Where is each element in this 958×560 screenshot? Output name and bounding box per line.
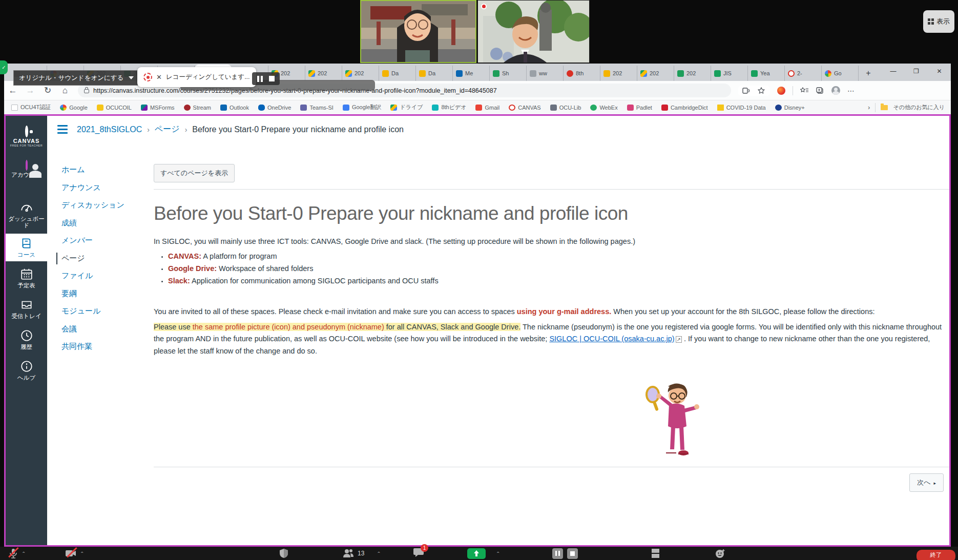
bookmark-item[interactable]: Gmail [475,103,499,111]
collections-icon[interactable] [816,87,824,94]
browser-tab[interactable]: 202 [305,66,342,81]
stop-recording-toolbar-button[interactable] [567,548,578,559]
close-button[interactable]: ✕ [928,64,951,79]
breadcrumb-pages-link[interactable]: ページ [155,124,180,135]
end-meeting-button[interactable]: 終了 [917,550,955,560]
read-aloud-icon[interactable] [742,87,751,94]
forward-button[interactable]: → [22,86,39,96]
browser-tab[interactable]: Sh [490,66,527,81]
bookmark-item[interactable]: MSForms [141,103,175,111]
course-nav-item[interactable]: 会議 [56,324,138,334]
sidebar-item-history[interactable]: 履歴 [6,329,47,350]
bookmark-item[interactable]: COVID-19 Data [717,103,766,111]
show-all-pages-button[interactable]: すべてのページを表示 [154,164,235,182]
chat-button[interactable]: 1 [413,547,424,560]
other-favorites-label[interactable]: その他のお気に入り [893,103,945,111]
security-button[interactable] [279,547,288,560]
pause-recording-toolbar-button[interactable] [552,548,563,559]
participants-button[interactable]: 13 ⌃ [342,547,381,560]
breadcrumb-course-link[interactable]: 2021_8thSIGLOC [77,125,142,134]
stop-recording-button[interactable] [269,76,275,81]
sidebar-item-help[interactable]: ヘルプ [6,360,47,381]
mute-button[interactable]: ⌃ [8,547,26,560]
browser-tab[interactable]: Me [453,66,490,81]
favorites-list-icon[interactable] [800,87,809,94]
favorite-star-icon[interactable] [758,87,766,94]
participants-chevron[interactable]: ⌃ [377,551,381,556]
share-options-chevron[interactable]: ⌃ [496,551,500,556]
sidebar-item-inbox[interactable]: 受信トレイ [6,298,47,320]
browser-tab[interactable]: 202 [600,66,637,81]
video-button[interactable]: ⌃ [65,547,84,560]
browser-tab[interactable]: Yea [748,66,785,81]
browser-tab[interactable]: Da [416,66,453,81]
browser-tab[interactable]: 8th [564,66,600,81]
apps-button[interactable] [652,547,658,560]
maximize-button[interactable]: ❐ [905,64,928,79]
next-page-button[interactable]: 次へ▸ [909,473,944,492]
canvas-logo[interactable]: CANVAS FREE FOR TEACHER [6,127,47,147]
browser-tab[interactable]: 202 [674,66,711,81]
bookmark-item[interactable]: CANVAS [509,103,540,111]
pause-recording-button[interactable] [257,76,263,82]
sidebar-item-account[interactable]: アカウント [6,161,47,178]
bookmark-item[interactable]: OneDrive [258,103,291,111]
bookmark-item[interactable]: CambridgeDict [661,103,708,111]
back-button[interactable]: ← [4,86,22,96]
recording-close-icon[interactable]: ✕ [156,73,162,81]
chevron-down-icon[interactable] [129,76,134,79]
course-nav-item[interactable]: ファイル [56,271,138,281]
browser-tab[interactable]: 2- [785,66,822,81]
course-menu-hamburger-icon[interactable] [57,125,68,134]
extension-icon[interactable] [777,87,785,95]
bookmark-item[interactable]: Stream [184,103,211,111]
sidebar-item-courses[interactable]: コース [6,234,47,261]
course-nav-item[interactable]: 共同作業 [56,342,138,351]
sidebar-item-calendar[interactable]: 予定表 [6,267,47,289]
course-nav-item[interactable]: 要綱 [56,289,138,299]
bookmark-item[interactable]: Outlook [220,103,249,111]
sidebar-item-dashboard[interactable]: ダッシュボード [6,201,47,229]
settings-menu-icon[interactable]: ⋯ [847,87,855,95]
bookmarks-overflow-chevron[interactable]: › [868,103,870,111]
browser-tab[interactable]: 202 [342,66,379,81]
bookmark-item[interactable]: 8thビデオ [432,103,466,111]
refresh-button[interactable]: ↻ [39,85,56,96]
minimize-button[interactable]: — [882,64,905,79]
mic-options-chevron[interactable]: ⌃ [22,551,26,556]
zoom-view-button[interactable]: 表示 [923,10,954,33]
browser-tab[interactable]: ww [527,66,564,81]
browser-tab[interactable]: JIS [711,66,748,81]
bookmark-item[interactable]: OCU-Lib [550,103,581,111]
bookmark-item[interactable]: ドライブ [390,103,423,111]
course-nav-item[interactable]: ホーム [56,165,138,175]
ocu-coil-link[interactable]: SIGLOC | OCU-COIL (osaka-cu.ac.jp) [549,335,674,343]
new-tab-button[interactable]: + [862,69,875,78]
bookmark-item[interactable]: Padlet [627,103,652,111]
browser-tab[interactable]: Da [379,66,416,81]
reactions-button[interactable] [715,547,725,560]
course-nav-item[interactable]: 成績 [56,218,138,228]
bookmark-item[interactable]: OCUCOIL [97,103,132,111]
bookmark-item[interactable]: Teams-SI [300,103,333,111]
original-sound-button[interactable]: オリジナル・サウンドをオンにする [13,70,139,86]
browser-tab[interactable]: 202 [637,66,674,81]
bookmark-item[interactable]: Google翻訳 [343,103,381,111]
home-button[interactable]: ⌂ [56,86,74,96]
browser-tab[interactable]: Go [822,66,859,81]
share-screen-button[interactable]: ⌃ [467,547,500,560]
participant-video-male[interactable] [477,0,590,63]
course-nav-item[interactable]: モジュール [56,306,138,316]
participant-video-female[interactable] [360,0,476,63]
zoom-share-indicator[interactable]: ✓ [0,60,8,74]
bookmark-item[interactable]: Google [60,103,87,111]
bookmark-item[interactable]: OCU4T認証 [11,103,51,111]
course-nav-item[interactable]: メンバー [56,236,138,245]
profile-avatar[interactable] [831,86,840,95]
course-nav-item[interactable]: ディスカッション [56,200,138,210]
video-options-chevron[interactable]: ⌃ [80,551,84,556]
bookmark-item[interactable]: WebEx [590,103,617,111]
course-nav-item[interactable]: ページ [56,254,138,263]
bookmark-item[interactable]: Disney+ [775,103,805,111]
course-nav-item[interactable]: アナウンス [56,183,138,193]
